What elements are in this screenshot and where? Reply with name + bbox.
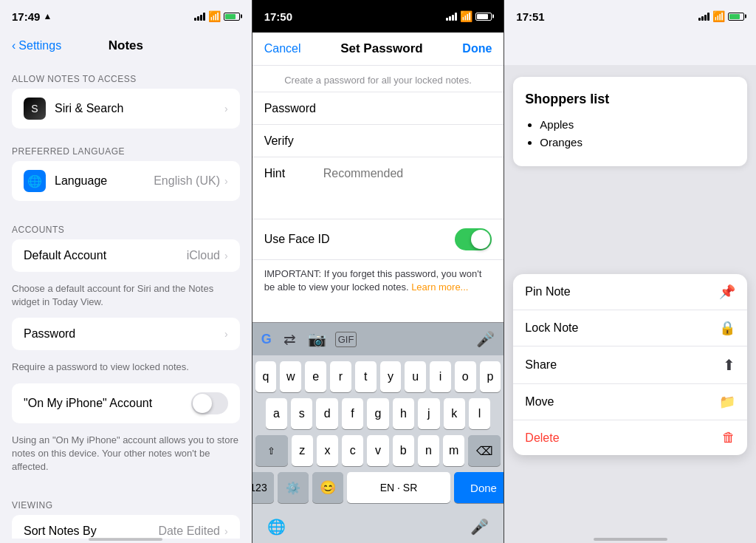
- password-label: Password: [24, 327, 224, 341]
- face-id-toggle-thumb: [471, 230, 490, 249]
- default-account-row[interactable]: Default Account iCloud ›: [12, 239, 240, 272]
- share-item[interactable]: Share ⬆: [513, 346, 747, 384]
- key-a[interactable]: a: [266, 398, 287, 429]
- on-my-iphone-toggle[interactable]: [191, 392, 228, 414]
- space-key[interactable]: EN · SR: [347, 472, 450, 503]
- default-account-chevron: ›: [224, 250, 228, 262]
- time-1: 17:49: [12, 10, 40, 23]
- page-title: Notes: [109, 38, 143, 53]
- key-u[interactable]: u: [405, 361, 426, 392]
- on-my-iphone-description: Using an "On My iPhone" account allows y…: [0, 429, 252, 483]
- share-icon: ⬆: [723, 356, 735, 374]
- default-account-description: Choose a default account for Siri and th…: [0, 278, 252, 318]
- key-row-2: a s d f g h j k l: [255, 398, 501, 429]
- on-my-iphone-row[interactable]: "On My iPhone" Account: [12, 383, 240, 423]
- key-f[interactable]: f: [342, 398, 363, 429]
- spacer1: [0, 207, 252, 213]
- back-to-settings-button[interactable]: ‹ Settings: [12, 39, 61, 52]
- keyboard-done-key[interactable]: Done: [454, 472, 504, 503]
- lock-note-label: Lock Note: [525, 321, 578, 335]
- key-v[interactable]: v: [367, 435, 388, 466]
- password-input[interactable]: [323, 102, 492, 115]
- key-c[interactable]: c: [342, 435, 363, 466]
- key-n[interactable]: n: [418, 435, 439, 466]
- hint-field-row[interactable]: Hint: [252, 157, 504, 189]
- hint-input[interactable]: [323, 167, 492, 180]
- face-id-toggle[interactable]: [455, 228, 492, 250]
- delete-key[interactable]: ⌫: [468, 435, 501, 466]
- spacer-keyboard: [252, 301, 504, 322]
- key-b[interactable]: b: [393, 435, 414, 466]
- key-y[interactable]: y: [380, 361, 402, 392]
- sort-notes-label: Sort Notes By: [24, 525, 158, 538]
- share-label: Share: [525, 358, 557, 372]
- language-row[interactable]: 🌐 Language English (UK) ›: [12, 161, 240, 201]
- signal-bars: [194, 13, 205, 21]
- accounts-group: Default Account iCloud ›: [12, 239, 240, 272]
- shift-key[interactable]: ⇧: [255, 435, 288, 466]
- translate-icon[interactable]: ⇄: [281, 327, 299, 351]
- pin-note-item[interactable]: Pin Note 📌: [513, 274, 747, 310]
- time-2: 17:50: [264, 10, 292, 23]
- face-id-row[interactable]: Use Face ID: [252, 219, 504, 259]
- key-s[interactable]: s: [291, 398, 312, 429]
- move-item[interactable]: Move 📁: [513, 384, 747, 420]
- camera-icon[interactable]: 📷: [305, 327, 329, 351]
- key-row-4: 123 ⚙️ 😊 EN · SR Done: [255, 472, 501, 509]
- key-i[interactable]: i: [430, 361, 451, 392]
- key-j[interactable]: j: [418, 398, 439, 429]
- emoji-key[interactable]: ⚙️: [278, 472, 309, 503]
- password-field-row[interactable]: Password: [252, 92, 504, 124]
- pw-warning: IMPORTANT: If you forget this password, …: [252, 259, 504, 301]
- key-h[interactable]: h: [393, 398, 414, 429]
- key-z[interactable]: z: [292, 435, 313, 466]
- key-k[interactable]: k: [444, 398, 465, 429]
- key-p[interactable]: p: [480, 361, 501, 392]
- sort-notes-row[interactable]: Sort Notes By Date Edited ›: [12, 515, 240, 539]
- key-g[interactable]: g: [367, 398, 388, 429]
- key-o[interactable]: o: [455, 361, 476, 392]
- key-w[interactable]: w: [280, 361, 301, 392]
- battery-icon-3: [728, 13, 744, 21]
- status-bar-3: 17:51 📶: [504, 0, 756, 33]
- viewing-group: Sort Notes By Date Edited › New Notes St…: [12, 515, 240, 539]
- keyboard: G ⇄ 📷 GIF 🎤 q w e r t y u i o p a s: [252, 322, 504, 543]
- battery-icon: [224, 13, 240, 21]
- key-e[interactable]: e: [305, 361, 326, 392]
- mic-toolbar-icon[interactable]: 🎤: [473, 327, 498, 351]
- key-l[interactable]: l: [469, 398, 490, 429]
- face-id-label: Use Face ID: [264, 233, 456, 246]
- done-button[interactable]: Done: [462, 42, 492, 55]
- lock-note-item[interactable]: Lock Note 🔒: [513, 310, 747, 346]
- key-r[interactable]: r: [330, 361, 351, 392]
- home-indicator-1: [0, 539, 252, 543]
- sort-notes-value: Date Edited: [158, 525, 220, 538]
- key-m[interactable]: m: [443, 435, 464, 466]
- password-row[interactable]: Password ›: [12, 318, 240, 350]
- notes-nav-bar: ‹ Settings Notes: [0, 33, 252, 62]
- delete-item[interactable]: Delete 🗑: [513, 420, 747, 455]
- preferred-language-header: PREFERRED LANGUAGE: [0, 134, 252, 161]
- numbers-key[interactable]: 123: [252, 472, 274, 503]
- toggle-thumb: [193, 394, 212, 413]
- learn-more-link[interactable]: Learn more...: [411, 281, 468, 293]
- verify-field-row[interactable]: Verify: [252, 124, 504, 157]
- cancel-button[interactable]: Cancel: [264, 42, 301, 55]
- emoji-face-key[interactable]: 😊: [312, 472, 343, 503]
- verify-input[interactable]: [323, 134, 492, 148]
- pin-icon: 📌: [719, 284, 735, 300]
- move-label: Move: [525, 395, 554, 409]
- key-d[interactable]: d: [316, 398, 337, 429]
- google-icon[interactable]: G: [258, 329, 275, 350]
- key-t[interactable]: t: [355, 361, 377, 392]
- key-q[interactable]: q: [255, 361, 277, 392]
- home-indicator-3: [504, 539, 756, 543]
- gif-icon[interactable]: GIF: [335, 332, 357, 347]
- globe-icon[interactable]: 🌐: [267, 518, 286, 536]
- siri-search-label: Siri & Search: [55, 102, 224, 115]
- key-x[interactable]: x: [317, 435, 338, 466]
- mic-icon[interactable]: 🎤: [470, 518, 489, 536]
- set-password-panel: 17:50 📶 Cancel Set Password Done Create …: [252, 0, 505, 543]
- siri-search-row[interactable]: S Siri & Search ›: [12, 89, 240, 129]
- on-my-iphone-label: "On My iPhone" Account: [24, 397, 191, 410]
